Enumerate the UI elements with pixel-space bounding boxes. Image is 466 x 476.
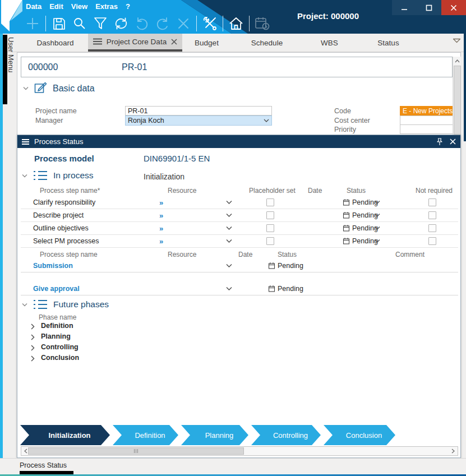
milestone-name-link[interactable]: Give approval bbox=[33, 285, 80, 293]
refresh-icon[interactable] bbox=[113, 16, 129, 31]
tab-close-icon[interactable] bbox=[171, 39, 177, 45]
not-required-checkbox[interactable] bbox=[428, 211, 436, 219]
expand-chevron-icon[interactable] bbox=[31, 345, 35, 351]
window-controls bbox=[392, 0, 466, 15]
scrollbar-thumb[interactable] bbox=[454, 66, 461, 135]
not-required-checkbox[interactable] bbox=[428, 237, 436, 245]
phase-flow-bar: Initialization Definition Planning Contr… bbox=[20, 425, 395, 445]
resource-dropdown-chevron-icon[interactable] bbox=[226, 264, 232, 268]
horizontal-scrollbar[interactable] bbox=[21, 446, 458, 456]
menu-item[interactable]: ? bbox=[126, 2, 130, 11]
vertical-scrollbar[interactable] bbox=[453, 57, 461, 135]
save-icon[interactable] bbox=[51, 16, 67, 31]
menu-item[interactable]: Data bbox=[26, 2, 41, 11]
filter-icon[interactable] bbox=[93, 16, 108, 31]
phase-flow-chevron[interactable]: Conclusion bbox=[324, 425, 395, 445]
search-icon[interactable] bbox=[72, 16, 87, 31]
resource-picker-link[interactable]: » bbox=[159, 198, 163, 207]
process-step-name: Outline objectives bbox=[33, 224, 89, 232]
manager-select[interactable]: Ronja Koch bbox=[125, 115, 272, 126]
app-logo-icon bbox=[1, 0, 24, 31]
home-icon[interactable] bbox=[228, 16, 244, 31]
maximize-button[interactable] bbox=[417, 0, 441, 15]
placeholder-set-checkbox[interactable] bbox=[266, 237, 274, 245]
phase-flow-chevron[interactable]: Controlling bbox=[251, 425, 321, 445]
tab-overflow-icon[interactable] bbox=[453, 38, 461, 43]
pin-icon[interactable] bbox=[436, 138, 443, 146]
status-dropdown-chevron-icon[interactable] bbox=[374, 227, 380, 230]
sidebar-tab-user-menu[interactable]: User Menu bbox=[7, 37, 15, 73]
placeholder-set-checkbox[interactable] bbox=[266, 198, 274, 206]
collapse-chevron-icon[interactable] bbox=[22, 303, 27, 307]
toolbar-separator bbox=[223, 16, 223, 31]
scrollbar-thumb[interactable] bbox=[28, 447, 244, 455]
expand-chevron-icon[interactable] bbox=[31, 334, 35, 340]
future-phase-row[interactable]: Planning bbox=[21, 332, 458, 343]
tools-icon[interactable] bbox=[202, 16, 218, 31]
resource-picker-link[interactable]: » bbox=[159, 237, 163, 246]
tab-menu-icon[interactable] bbox=[93, 38, 102, 45]
status-dropdown-chevron-icon[interactable] bbox=[374, 239, 380, 243]
expand-chevron-icon[interactable] bbox=[31, 355, 35, 362]
resource-picker-link[interactable]: » bbox=[159, 224, 163, 233]
status-dropdown-chevron-icon[interactable] bbox=[374, 214, 380, 218]
process-status-panel: Process Status Process model DIN69901/1-… bbox=[17, 135, 461, 458]
panel-close-icon[interactable] bbox=[450, 138, 456, 145]
section-title: Future phases bbox=[53, 299, 109, 309]
steps-table-header: Process step name* Resource Placeholder … bbox=[21, 187, 458, 196]
tab-dashboard[interactable]: Dashboard bbox=[22, 34, 88, 52]
menu-item[interactable]: View bbox=[71, 2, 87, 11]
resource-dropdown-chevron-icon[interactable] bbox=[226, 227, 232, 230]
milestone-name-link[interactable]: Submission bbox=[33, 262, 73, 270]
not-required-checkbox[interactable] bbox=[428, 198, 436, 206]
menu-item[interactable]: Extras bbox=[95, 2, 118, 11]
collapse-chevron-icon[interactable] bbox=[23, 86, 29, 90]
status-value: Pending bbox=[278, 262, 303, 270]
placeholder-set-checkbox[interactable] bbox=[266, 224, 274, 232]
field-label: Code bbox=[334, 107, 351, 115]
tab-schedule[interactable]: Schedule bbox=[231, 34, 303, 52]
tab-wbs[interactable]: WBS bbox=[303, 34, 356, 52]
expand-chevron-icon[interactable] bbox=[31, 324, 35, 330]
collapse-chevron-icon[interactable] bbox=[22, 174, 27, 178]
list-icon bbox=[33, 299, 48, 310]
window-title: Project: 000000 bbox=[278, 11, 379, 21]
resource-dropdown-chevron-icon[interactable] bbox=[226, 287, 232, 291]
future-phase-row[interactable]: Conclusion bbox=[21, 353, 458, 364]
menu-item[interactable]: Edit bbox=[49, 2, 63, 11]
future-phase-row[interactable]: Definition bbox=[21, 321, 458, 332]
undo-icon bbox=[134, 16, 150, 31]
calendar-clock-icon bbox=[255, 16, 270, 31]
calendar-icon bbox=[343, 225, 350, 232]
phase-flow-chevron[interactable]: Initialization bbox=[20, 425, 110, 445]
future-phase-row[interactable]: Controlling bbox=[21, 343, 458, 353]
scroll-up-icon[interactable] bbox=[453, 57, 461, 65]
cost-center-input[interactable] bbox=[400, 115, 454, 125]
panel-header[interactable]: Process Status bbox=[17, 135, 460, 148]
priority-input[interactable] bbox=[400, 124, 454, 134]
project-short-name: PR-01 bbox=[122, 62, 147, 72]
resource-dropdown-chevron-icon[interactable] bbox=[226, 214, 232, 218]
phase-flow-chevron[interactable]: Planning bbox=[181, 425, 248, 445]
placeholder-set-checkbox[interactable] bbox=[266, 211, 274, 219]
status-dropdown-chevron-icon[interactable] bbox=[374, 201, 380, 205]
toolbar-separator bbox=[196, 16, 197, 31]
scroll-right-icon[interactable] bbox=[449, 447, 458, 455]
close-record-icon bbox=[176, 16, 191, 31]
minimize-button[interactable] bbox=[392, 0, 417, 15]
panel-menu-icon[interactable] bbox=[22, 139, 29, 145]
code-badge[interactable]: E - New Projects bbox=[400, 106, 454, 115]
tab-budget[interactable]: Budget bbox=[182, 34, 231, 52]
resource-dropdown-chevron-icon[interactable] bbox=[226, 239, 232, 243]
edit-pencil-icon[interactable] bbox=[34, 82, 47, 95]
resource-dropdown-chevron-icon[interactable] bbox=[226, 201, 232, 205]
tab-project-core-data[interactable]: Project Core Data bbox=[88, 34, 182, 52]
project-name-input[interactable]: PR-01 bbox=[125, 106, 272, 115]
tab-status[interactable]: Status bbox=[356, 34, 421, 52]
resource-picker-link[interactable]: » bbox=[159, 211, 163, 220]
close-window-button[interactable] bbox=[441, 0, 466, 15]
phase-flow-chevron[interactable]: Definition bbox=[113, 425, 178, 445]
not-required-checkbox[interactable] bbox=[428, 224, 436, 232]
process-step-name: Clarify responsibility bbox=[33, 198, 95, 206]
bottom-tab-process-status[interactable]: Process Status bbox=[20, 461, 67, 469]
